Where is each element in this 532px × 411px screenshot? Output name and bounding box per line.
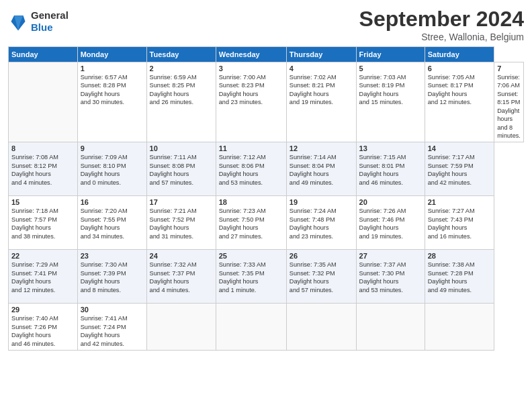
calendar-cell (286, 304, 356, 351)
col-friday: Friday (356, 47, 425, 62)
title-block: September 2024 Stree, Wallonia, Belgium (359, 7, 524, 42)
calendar-cell: 16Sunrise: 7:20 AMSunset: 7:55 PMDayligh… (77, 196, 146, 250)
calendar-cell: 19Sunrise: 7:24 AMSunset: 7:48 PMDayligh… (286, 196, 356, 250)
calendar-cell: 28Sunrise: 7:38 AMSunset: 7:28 PMDayligh… (425, 250, 494, 304)
logo-text-general: General (31, 9, 69, 21)
calendar-cell: 4Sunrise: 7:02 AMSunset: 8:21 PMDaylight… (286, 62, 356, 142)
calendar-cell: 25Sunrise: 7:33 AMSunset: 7:35 PMDayligh… (216, 250, 286, 304)
calendar-cell: 6Sunrise: 7:05 AMSunset: 8:17 PMDaylight… (425, 62, 494, 142)
calendar-cell: 18Sunrise: 7:23 AMSunset: 7:50 PMDayligh… (216, 196, 286, 250)
calendar-cell: 14Sunrise: 7:17 AMSunset: 7:59 PMDayligh… (425, 142, 494, 196)
logo-icon (8, 11, 28, 32)
calendar-cell: 27Sunrise: 7:37 AMSunset: 7:30 PMDayligh… (356, 250, 425, 304)
calendar-cell (146, 304, 216, 351)
calendar-cell: 10Sunrise: 7:11 AMSunset: 8:08 PMDayligh… (146, 142, 216, 196)
calendar-cell: 2Sunrise: 6:59 AMSunset: 8:25 PMDaylight… (146, 62, 216, 142)
calendar-cell (356, 304, 425, 351)
col-tuesday: Tuesday (146, 47, 216, 62)
logo: General Blue (8, 9, 69, 34)
logo-text-blue: Blue (31, 21, 69, 34)
calendar-table: Sunday Monday Tuesday Wednesday Thursday… (8, 46, 524, 351)
calendar-cell: 29Sunrise: 7:40 AMSunset: 7:26 PMDayligh… (9, 304, 78, 351)
header: General Blue September 2024 Stree, Wallo… (8, 7, 524, 42)
location-subtitle: Stree, Wallonia, Belgium (359, 32, 524, 42)
calendar-cell: 26Sunrise: 7:35 AMSunset: 7:32 PMDayligh… (286, 250, 356, 304)
col-monday: Monday (77, 47, 146, 62)
calendar-cell: 24Sunrise: 7:32 AMSunset: 7:37 PMDayligh… (146, 250, 216, 304)
header-row: Sunday Monday Tuesday Wednesday Thursday… (9, 47, 524, 62)
calendar-cell: 12Sunrise: 7:14 AMSunset: 8:04 PMDayligh… (286, 142, 356, 196)
calendar-cell: 5Sunrise: 7:03 AMSunset: 8:19 PMDaylight… (356, 62, 425, 142)
calendar-cell: 23Sunrise: 7:30 AMSunset: 7:39 PMDayligh… (77, 250, 146, 304)
calendar-cell: 1Sunrise: 6:57 AMSunset: 8:28 PMDaylight… (77, 62, 146, 142)
calendar-cell (425, 304, 494, 351)
calendar-cell: 17Sunrise: 7:21 AMSunset: 7:52 PMDayligh… (146, 196, 216, 250)
col-sunday: Sunday (9, 47, 78, 62)
calendar-cell: 21Sunrise: 7:27 AMSunset: 7:43 PMDayligh… (425, 196, 494, 250)
calendar-cell: 11Sunrise: 7:12 AMSunset: 8:06 PMDayligh… (216, 142, 286, 196)
calendar-cell: 7Sunrise: 7:06 AMSunset: 8:15 PMDaylight… (494, 62, 524, 142)
calendar-cell: 15Sunrise: 7:18 AMSunset: 7:57 PMDayligh… (9, 196, 78, 250)
calendar-cell: 3Sunrise: 7:00 AMSunset: 8:23 PMDaylight… (216, 62, 286, 142)
col-saturday: Saturday (425, 47, 494, 62)
col-wednesday: Wednesday (216, 47, 286, 62)
calendar-cell: 8Sunrise: 7:08 AMSunset: 8:12 PMDaylight… (9, 142, 78, 196)
col-thursday: Thursday (286, 47, 356, 62)
page-container: General Blue September 2024 Stree, Wallo… (0, 0, 532, 357)
calendar-cell: 9Sunrise: 7:09 AMSunset: 8:10 PMDaylight… (77, 142, 146, 196)
calendar-cell: 22Sunrise: 7:29 AMSunset: 7:41 PMDayligh… (9, 250, 78, 304)
calendar-cell: 20Sunrise: 7:26 AMSunset: 7:46 PMDayligh… (356, 196, 425, 250)
calendar-cell: 13Sunrise: 7:15 AMSunset: 8:01 PMDayligh… (356, 142, 425, 196)
month-year-title: September 2024 (359, 7, 524, 32)
calendar-cell (9, 62, 78, 142)
calendar-cell: 30Sunrise: 7:41 AMSunset: 7:24 PMDayligh… (77, 304, 146, 351)
calendar-cell (216, 304, 286, 351)
